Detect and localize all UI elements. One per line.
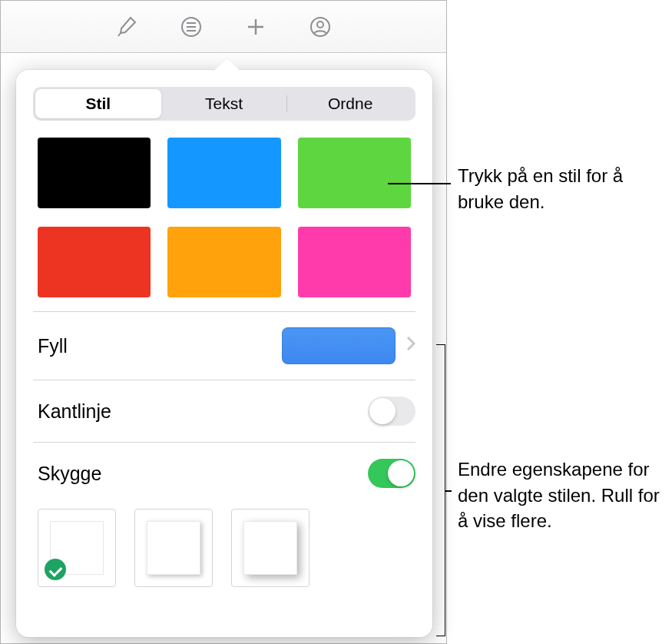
style-swatch-grid [16, 138, 432, 311]
tab-arrange[interactable]: Ordne [287, 89, 413, 118]
svg-point-2 [317, 22, 323, 28]
shadow-preset-none[interactable] [38, 509, 116, 587]
app-frame: Stil Tekst Ordne Fyll [0, 0, 447, 644]
paint-brush-icon[interactable] [110, 10, 144, 44]
tab-label: Tekst [205, 95, 243, 113]
shadow-row-header: Skygge [16, 443, 432, 504]
fill-label: Fyll [38, 335, 282, 357]
border-label: Kantlinje [38, 400, 368, 423]
shadow-preset-drop[interactable] [231, 509, 310, 587]
tab-label: Stil [86, 95, 111, 113]
shadow-toggle[interactable] [368, 459, 415, 488]
fill-row[interactable]: Fyll [16, 312, 432, 380]
style-swatch-orange[interactable] [167, 227, 280, 297]
tab-style[interactable]: Stil [35, 89, 161, 118]
tab-text[interactable]: Tekst [161, 89, 287, 118]
border-row: Kantlinje [16, 380, 432, 442]
style-swatch-pink[interactable] [298, 227, 411, 297]
format-popover: Stil Tekst Ordne Fyll [16, 70, 432, 637]
tab-label: Ordne [328, 95, 372, 113]
style-swatch-black[interactable] [38, 138, 151, 208]
list-icon[interactable] [174, 10, 208, 44]
callout-bracket [436, 344, 445, 636]
style-swatch-red[interactable] [38, 227, 151, 297]
chevron-right-icon [406, 336, 415, 356]
plus-icon[interactable] [239, 10, 273, 44]
collaborate-icon[interactable] [303, 10, 337, 44]
callout-line [388, 183, 451, 184]
style-swatch-blue[interactable] [167, 138, 280, 208]
toggle-knob [388, 460, 414, 486]
shadow-label: Skygge [38, 463, 368, 485]
shadow-presets [16, 504, 432, 601]
callout-style-tap: Trykk på en stil for å bruke den. [458, 163, 657, 214]
toolbar [1, 1, 446, 53]
shadow-preset-soft[interactable] [134, 509, 213, 587]
style-swatch-green[interactable] [298, 138, 411, 208]
fill-color-swatch[interactable] [282, 327, 396, 364]
callout-line [445, 490, 452, 492]
segmented-control: Stil Tekst Ordne [33, 87, 415, 121]
callout-properties: Endre egenskapene for den valgte stilen.… [458, 456, 665, 534]
border-toggle[interactable] [368, 397, 415, 426]
toggle-knob [369, 398, 396, 424]
